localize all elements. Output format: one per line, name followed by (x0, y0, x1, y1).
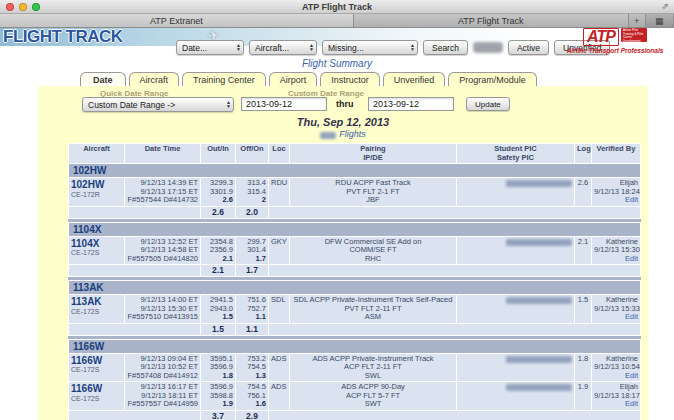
window-titlebar: ATP Flight Track ⇗ (0, 0, 674, 14)
cell-student-pic (457, 295, 575, 324)
tab-unverified[interactable]: Unverified (383, 72, 446, 86)
table-header-row: Aircraft Date Time Out/In Off/On Loc Pai… (69, 144, 641, 164)
edit-link[interactable]: Edit (625, 195, 638, 204)
date-to-input[interactable] (368, 97, 454, 111)
total-off-on: 1.1 (236, 323, 269, 335)
cell-pairing: ADS ACPP Private-Instrument TrackACP FLT… (290, 353, 457, 382)
group-totals-row: 2.11.7 (69, 265, 641, 277)
aircraft-group-header: 1104X (69, 222, 641, 236)
atp-logo-acronym: ATP (583, 28, 619, 46)
aircraft-model: CE-172S (71, 308, 99, 315)
aircraft-model: CE-172S (71, 395, 99, 402)
group-totals-row: 1.51.1 (69, 323, 641, 335)
cell-off-on: 299.7301.41.7 (236, 236, 269, 265)
tab-instructor[interactable]: Instructor (320, 72, 380, 86)
thru-label: thru (336, 99, 354, 109)
edit-link[interactable]: Edit (625, 254, 638, 263)
tab-training-center[interactable]: Training Center (182, 72, 266, 86)
browser-tab-flight-track[interactable]: ATP Flight Track (354, 14, 629, 27)
update-button[interactable]: Update (466, 97, 510, 111)
aircraft-group-header: 1166W (69, 339, 641, 353)
cell-date-time: 9/12/13 14:39 ET9/12/13 17:15 ETF#557544… (125, 178, 201, 207)
date-from-input[interactable] (241, 97, 327, 111)
filter-tab-bar: Date Aircraft Training Center Airport In… (80, 70, 674, 86)
page-title: Flight Summary (0, 58, 674, 70)
flight-row: 1166WCE-172S9/12/13 09:04 ET9/12/13 10:5… (69, 353, 641, 382)
cell-out-in: 2941.52943.01.5 (201, 295, 236, 324)
aircraft-id[interactable]: 1166W (71, 355, 102, 366)
cell-log: 2.1 (575, 236, 592, 265)
aircraft-id[interactable]: 102HW (71, 179, 104, 190)
aircraft-model: CE-172S (71, 249, 99, 256)
edit-link[interactable]: Edit (625, 371, 638, 380)
search-button[interactable]: Search (423, 40, 468, 55)
total-out-in: 2.6 (201, 206, 236, 218)
aircraft-id[interactable]: 1104X (71, 238, 99, 249)
cell-off-on: 313.4315.42 (236, 178, 269, 207)
cell-aircraft: 1166WCE-172S (69, 382, 125, 411)
cell-aircraft: 1104XCE-172S (69, 236, 125, 265)
aircraft-id[interactable]: 113AK (71, 296, 102, 307)
redacted-student-name (506, 180, 572, 187)
date-filter-select[interactable]: Date... ▲▼ (176, 40, 244, 55)
tab-airport[interactable]: Airport (269, 72, 318, 86)
tab-aircraft[interactable]: Aircraft (129, 72, 180, 86)
tab-date[interactable]: Date (80, 72, 126, 86)
redacted-student-name (506, 239, 572, 246)
cell-student-pic (457, 236, 575, 265)
cell-loc: SDL (269, 295, 290, 324)
total-out-in: 2.1 (201, 265, 236, 277)
atp-logo-badge: Airline Pilot Training & Pilot Career De… (621, 28, 647, 42)
missing-filter-select[interactable]: Missing... ▲▼ (322, 40, 418, 55)
flight-summary-table: Aircraft Date Time Out/In Off/On Loc Pai… (68, 143, 641, 420)
flights-label: Flights (339, 129, 366, 139)
edit-link[interactable]: Edit (625, 399, 638, 408)
browser-tab-extranet[interactable]: ATP Extranet (0, 14, 354, 27)
cell-off-on: 753.2754.51.3 (236, 353, 269, 382)
range-labels: Quick Date Range Custom Date Range (38, 86, 648, 96)
flights-count-line: Flights (38, 129, 648, 139)
date-range-controls: Custom Date Range -> ▲▼ thru Update (38, 97, 648, 114)
aircraft-model: CE-172S (71, 366, 99, 373)
aircraft-group-header: 102HW (69, 164, 641, 178)
redacted-student-name (506, 356, 572, 363)
atp-logo: ATP Airline Pilot Training & Pilot Caree… (560, 28, 670, 54)
browser-tab-bar: ATP Extranet ATP Flight Track + ▦ (0, 14, 674, 28)
header-pairing: PairingIP/DE (290, 144, 457, 164)
flight-row: 1104XCE-172S9/12/13 12:52 ET9/12/13 14:5… (69, 236, 641, 265)
tab-overview-icon[interactable]: ▦ (646, 14, 674, 27)
cell-date-time: 9/12/13 14:00 ET9/12/13 15:30 ETF#557510… (125, 295, 201, 324)
zoom-button[interactable] (32, 3, 40, 11)
close-button[interactable] (6, 3, 14, 11)
cell-log: 1.9 (575, 382, 592, 411)
cell-log: 2.6 (575, 178, 592, 207)
new-tab-button[interactable]: + (629, 14, 646, 27)
date-range-select[interactable]: Custom Date Range -> ▲▼ (82, 97, 234, 112)
header-date-time: Date Time (125, 144, 201, 164)
flight-table-body: 102HW102HWCE-172R9/12/13 14:39 ET9/12/13… (69, 164, 641, 420)
cell-loc: ADS (269, 382, 290, 411)
edit-link[interactable]: Edit (625, 312, 638, 321)
aircraft-id[interactable]: 1166W (71, 383, 102, 394)
group-totals-row: 2.62.0 (69, 206, 641, 218)
cell-date-time: 9/12/13 16:17 ET9/12/13 18:11 ETF#557557… (125, 382, 201, 411)
active-button[interactable]: Active (508, 40, 549, 55)
minimize-button[interactable] (19, 3, 27, 11)
tab-program-module[interactable]: Program/Module (448, 72, 537, 86)
fullscreen-icon[interactable]: ⇗ (661, 1, 669, 11)
window-title: ATP Flight Track (302, 2, 372, 12)
redacted-button[interactable] (473, 42, 503, 53)
content-panel: Quick Date Range Custom Date Range Custo… (38, 86, 648, 420)
cell-out-in: 2354.82356.92.1 (201, 236, 236, 265)
flight-row: 102HWCE-172R9/12/13 14:39 ET9/12/13 17:1… (69, 178, 641, 207)
cell-log: 1.8 (575, 353, 592, 382)
flight-track-logo: FLIGHT TRACK (3, 27, 123, 47)
cell-verified-by: Katherine9/12/13 10:54 ETEdit (592, 353, 641, 382)
cell-student-pic (457, 353, 575, 382)
header-verified-by: Verified By (592, 144, 641, 164)
aircraft-filter-select[interactable]: Aircraft... ▲▼ (249, 40, 317, 55)
date-heading: Thu, Sep 12, 2013 (38, 116, 648, 128)
header-loc: Loc (269, 144, 290, 164)
cell-verified-by: Elijah9/12/13 18:24 ETEdit (592, 178, 641, 207)
total-off-on: 1.7 (236, 265, 269, 277)
